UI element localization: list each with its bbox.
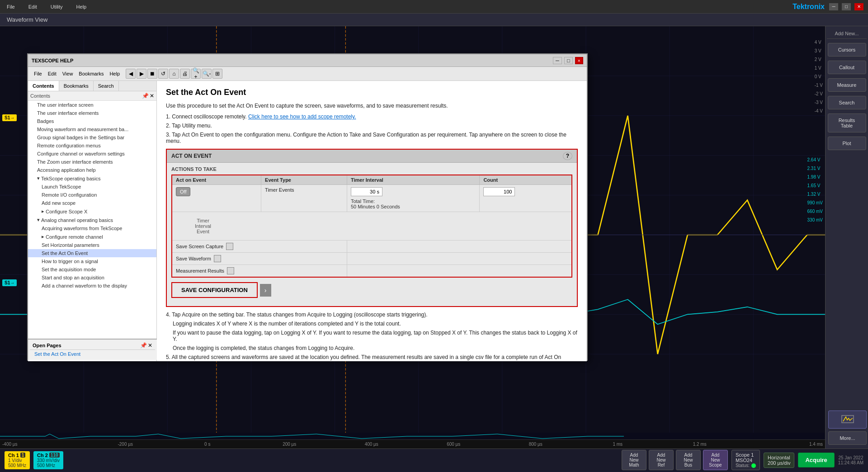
- step1-link[interactable]: Click here to see how to add scope remot…: [248, 113, 356, 120]
- open-page-act-on-event[interactable]: Set the Act On Event: [30, 350, 155, 358]
- toc-item-configure-remote[interactable]: ▸ Configure remote channel: [28, 232, 156, 241]
- sidebar-filter-row: Contents 📌 ✕: [28, 91, 156, 101]
- help-dialog-controls: ─ □ ×: [553, 57, 583, 64]
- results-table-btn[interactable]: ResultsTable: [828, 113, 866, 132]
- forward-btn[interactable]: ▶: [137, 69, 146, 79]
- toc-item-zoom-ui[interactable]: The Zoom user interface elements: [28, 158, 156, 166]
- timer-interval-cell: Total Time: 50 Minutes 0 Seconds: [347, 185, 480, 212]
- status-label: Status:: [736, 463, 750, 468]
- help-close-btn[interactable]: ×: [575, 57, 583, 64]
- toc-item-add-scope[interactable]: Add new scope: [28, 199, 156, 207]
- save-waveform-checkbox[interactable]: [214, 255, 221, 262]
- tab-contents[interactable]: Contents: [28, 81, 59, 91]
- help-body: Contents Bookmarks Search Contents 📌 ✕: [28, 81, 587, 361]
- toc-item-acquisition-mode[interactable]: Set the acquisition mode: [28, 265, 156, 274]
- time-axis: -400 µs -200 µs 0 s 200 µs 400 µs 600 µs…: [0, 439, 825, 448]
- help-menu-edit[interactable]: Edit: [46, 70, 59, 77]
- help-dialog-titlebar: TEXSCOPE HELP ─ □ ×: [28, 54, 587, 67]
- count-input[interactable]: [483, 187, 515, 196]
- zoom-out-btn[interactable]: 🔍-: [202, 69, 212, 79]
- total-time: Total Time: 50 Minutes 0 Seconds: [351, 198, 476, 209]
- toc-item-add-channel[interactable]: Add a channel waveform to the display: [28, 282, 156, 290]
- menu-help[interactable]: Help: [74, 3, 89, 10]
- plot-btn[interactable]: Plot: [828, 137, 866, 150]
- waveform-view-label: Waveform View: [0, 14, 868, 26]
- toc-item-launch[interactable]: Launch TekScope: [28, 183, 156, 191]
- add-scope-btn[interactable]: AddNewScope: [703, 450, 728, 470]
- back-btn[interactable]: ◀: [126, 69, 136, 79]
- timer-interval-input[interactable]: [351, 187, 382, 196]
- help-maximize-btn[interactable]: □: [564, 57, 573, 64]
- menu-edit[interactable]: Edit: [26, 3, 39, 10]
- act-on-event-toggle[interactable]: Off: [176, 187, 190, 196]
- minimize-button[interactable]: ─: [829, 3, 838, 10]
- scope-icon-btn[interactable]: [828, 411, 867, 429]
- help-menu-bookmarks[interactable]: Bookmarks: [76, 70, 106, 77]
- ch1-indicator: S1→: [2, 114, 17, 121]
- ch1-volts: 1 V/div: [8, 458, 22, 463]
- menu-file[interactable]: File: [5, 3, 17, 10]
- acquire-button[interactable]: Acquire: [798, 453, 834, 467]
- help-menu-view[interactable]: View: [60, 70, 75, 77]
- close-button[interactable]: ✕: [854, 3, 863, 10]
- status-indicator: [751, 463, 756, 468]
- ch2-badge[interactable]: Ch 2 110 330 mV/div 500 MHz: [33, 451, 63, 469]
- more-btn[interactable]: More...: [828, 431, 867, 445]
- horizontal-info[interactable]: Horizontal 200 µs/div: [764, 453, 794, 468]
- help-nav-icons: ◀ ▶ ⏹ ↺ ⌂ 🖨 🔍+ 🔍- ⊞: [126, 69, 222, 79]
- toc-item-ui-screen[interactable]: The user interface screen: [28, 101, 156, 109]
- add-ref-btn[interactable]: AddNewRef: [649, 450, 674, 470]
- step-4-detail3: Once the logging is completed, the statu…: [173, 345, 578, 351]
- step-3: 3. Tap Act On Event to open the configur…: [166, 132, 578, 144]
- home-btn[interactable]: ⌂: [169, 69, 179, 79]
- toc-item-configure-waveform[interactable]: Configure channel and waveform settings: [28, 290, 156, 291]
- toc-item-badges[interactable]: Badges: [28, 117, 156, 125]
- maximize-button[interactable]: □: [842, 3, 851, 10]
- toc-item-acquiring[interactable]: Acquiring waveforms from TekScope: [28, 224, 156, 232]
- menu-utility[interactable]: Utility: [48, 3, 65, 10]
- measurement-results-checkbox[interactable]: [227, 267, 234, 274]
- toc-item-tekscope-basics[interactable]: ▾ TekScope operating basics: [28, 174, 156, 183]
- toc-item-analog-basics[interactable]: ▾ Analog channel operating basics: [28, 216, 156, 224]
- tab-search[interactable]: Search: [94, 81, 119, 91]
- help-content: Set the Act On Event Use this procedure …: [157, 81, 587, 361]
- toc-item-moving-waveform[interactable]: Moving waveform and measurement ba...: [28, 125, 156, 133]
- callout-btn[interactable]: Callout: [828, 61, 866, 74]
- toc-item-act-on-event[interactable]: Set the Act On Event: [28, 249, 156, 257]
- toc-item-remote-config[interactable]: Remote configuration menus: [28, 142, 156, 150]
- ch1-badge[interactable]: Ch 1 1 1 V/div 500 MHz: [5, 451, 30, 469]
- save-screen-checkbox[interactable]: [226, 243, 233, 250]
- help-menu-file[interactable]: File: [32, 70, 44, 77]
- stop-btn[interactable]: ⏹: [147, 69, 157, 79]
- sidebar-close-btn[interactable]: ✕: [150, 93, 154, 99]
- add-math-btn[interactable]: AddNewMath: [622, 450, 646, 470]
- toc-item-configure-scope[interactable]: ▸ Configure Scope X: [28, 207, 156, 216]
- right-panel: Add New... Cursors Callout Measure Searc…: [825, 26, 868, 448]
- toc-item-accessing-help[interactable]: Accessing application help: [28, 166, 156, 174]
- zoom-fit-btn[interactable]: ⊞: [212, 69, 222, 79]
- refresh-btn[interactable]: ↺: [158, 69, 168, 79]
- measure-btn[interactable]: Measure: [828, 78, 866, 92]
- toc-item-remote-io[interactable]: Remote I/O configuration: [28, 191, 156, 199]
- aoe-help-btn[interactable]: ?: [563, 152, 572, 160]
- toc-item-start-stop[interactable]: Start and stop an acquisition: [28, 274, 156, 282]
- sidebar-pin-btn[interactable]: 📌: [142, 93, 149, 99]
- save-config-arrow-btn[interactable]: ›: [260, 284, 271, 297]
- toc-item-configure-channel[interactable]: Configure channel or waveform settings: [28, 150, 156, 158]
- toc-item-trigger[interactable]: How to trigger on a signal: [28, 257, 156, 265]
- help-menu-help[interactable]: Help: [107, 70, 122, 77]
- add-bus-btn[interactable]: AddNewBus: [676, 450, 701, 470]
- open-pages-pin-btn[interactable]: 📌: [140, 342, 147, 349]
- toc-item-horizontal[interactable]: Set Horizontal parameters: [28, 241, 156, 249]
- toc-item-group-signal[interactable]: Group signal badges in the Settings bar: [28, 133, 156, 142]
- toc-list: The user interface screen The user inter…: [28, 101, 156, 291]
- cursors-btn[interactable]: Cursors: [828, 43, 866, 57]
- tab-bookmarks[interactable]: Bookmarks: [59, 81, 94, 91]
- search-btn[interactable]: Search: [828, 96, 866, 109]
- help-minimize-btn[interactable]: ─: [553, 57, 562, 64]
- zoom-in-btn[interactable]: 🔍+: [191, 69, 201, 79]
- open-pages-close-btn[interactable]: ✕: [148, 342, 152, 349]
- print-btn[interactable]: 🖨: [180, 69, 190, 79]
- toc-item-ui-elements[interactable]: The user interface elements: [28, 109, 156, 117]
- save-config-button[interactable]: SAVE CONFIGURATION: [171, 282, 258, 298]
